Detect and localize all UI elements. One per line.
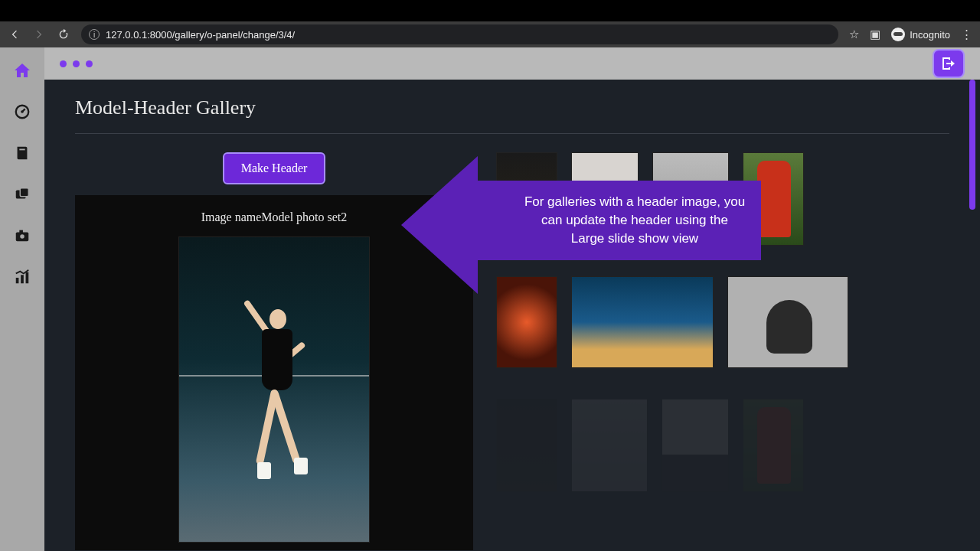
address-bar[interactable]: i 127.0.0.1:8000/gallery/o-panel/change/… (81, 24, 838, 44)
logout-button[interactable] (933, 49, 965, 78)
main-panel: Model-Header Gallery Make Header Image n… (44, 80, 980, 551)
slide-caption: Image nameModel photo set2 (201, 210, 348, 224)
sidebar-item-book[interactable] (13, 144, 31, 162)
sidebar-item-camera[interactable] (13, 227, 31, 245)
make-header-button[interactable]: Make Header (223, 152, 326, 184)
svg-point-6 (20, 234, 24, 239)
sidebar-item-chart[interactable] (13, 268, 31, 286)
svg-rect-10 (26, 272, 29, 284)
sidebar-item-gallery[interactable] (13, 185, 31, 204)
svg-point-1 (21, 110, 24, 113)
divider (75, 133, 949, 134)
thumb-column (496, 152, 949, 550)
sidebar-item-home[interactable] (13, 61, 31, 80)
slide-image[interactable] (178, 236, 370, 543)
sidebar (0, 47, 44, 551)
browser-toolbar: i 127.0.0.1:8000/gallery/o-panel/change/… (0, 21, 980, 47)
forward-button[interactable] (32, 28, 46, 41)
sidebar-item-dashboard[interactable] (13, 103, 31, 121)
browser-menu-icon[interactable]: ⋮ (961, 28, 972, 41)
thumbnail[interactable] (743, 152, 804, 246)
thumbnail[interactable] (743, 399, 804, 492)
window-titlebar (0, 0, 980, 21)
svg-rect-9 (21, 275, 24, 283)
thumbnail[interactable] (571, 152, 639, 246)
thumbnail[interactable] (652, 152, 729, 246)
extensions-icon[interactable]: ▣ (870, 28, 880, 41)
top-bar (44, 47, 980, 80)
caption-value: Model photo set2 (261, 210, 347, 223)
thumbnail[interactable] (662, 399, 729, 492)
page-title: Model-Header Gallery (75, 96, 949, 119)
incognito-icon (891, 28, 905, 41)
thumbnail[interactable] (571, 399, 648, 492)
thumbnail[interactable] (571, 276, 714, 368)
slide-frame: Image nameModel photo set2 (75, 195, 473, 550)
scrollbar[interactable] (968, 80, 975, 386)
incognito-label: Incognito (910, 29, 950, 41)
svg-rect-4 (20, 188, 28, 197)
svg-rect-2 (19, 149, 24, 151)
thumbnail[interactable] (496, 276, 557, 368)
back-button[interactable] (8, 28, 21, 41)
caption-prefix: Image name (201, 210, 262, 223)
url-text: 127.0.0.1:8000/gallery/o-panel/change/3/… (106, 29, 295, 41)
reload-button[interactable] (57, 28, 70, 41)
app-menu-dots[interactable] (60, 60, 93, 67)
app-viewport: Model-Header Gallery Make Header Image n… (0, 47, 980, 551)
incognito-badge: Incognito (891, 28, 950, 41)
thumbnail[interactable] (496, 152, 557, 246)
thumbnail[interactable] (727, 276, 848, 368)
svg-rect-8 (16, 278, 19, 283)
slide-column: Make Header Image nameModel photo set2 (75, 152, 473, 550)
site-info-icon[interactable]: i (89, 29, 100, 40)
svg-rect-7 (19, 230, 23, 233)
thumbnail[interactable] (496, 399, 557, 492)
bookmark-icon[interactable]: ☆ (849, 28, 859, 41)
